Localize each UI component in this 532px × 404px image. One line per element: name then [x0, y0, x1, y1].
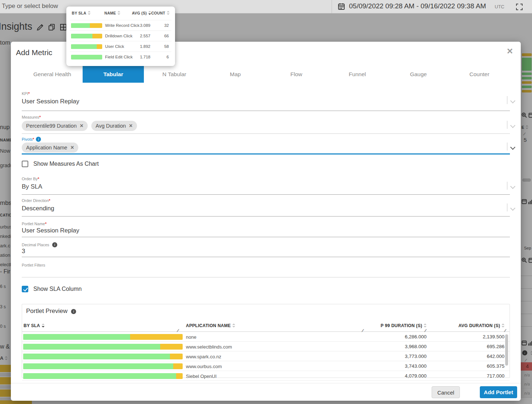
avg-value: 2,139.500 [483, 334, 504, 339]
col-p99-duration[interactable]: P 99 DURATION (S) [381, 323, 427, 328]
decimal-places-input[interactable]: 3 [22, 248, 25, 255]
order-direction-label: Order Direction* [22, 198, 50, 203]
portlet-filters-label: Portlet Filters [22, 263, 45, 267]
checkbox-label: Show Measures As Chart [33, 161, 99, 167]
show-measures-as-chart-checkbox[interactable] [22, 161, 28, 167]
pivot-chip[interactable]: Application Name× [22, 143, 78, 153]
avg-value: 642.000 [487, 354, 504, 359]
show-sla-column-checkbox[interactable] [22, 286, 28, 292]
avg-value: 3.089 [140, 23, 150, 28]
p99-value: 6,286.000 [405, 334, 427, 339]
col-avg-duration[interactable]: AVG DURATION (S) [458, 323, 504, 328]
chip-remove-icon[interactable]: × [129, 123, 132, 129]
table-row[interactable]: www.ourbus.com 3,743.000 605.375 [22, 361, 510, 371]
vertical-scrollbar[interactable] [505, 334, 508, 366]
event-name: Field Edit Click [105, 55, 133, 59]
portlet-name-input[interactable]: User Session Replay [22, 227, 79, 234]
p99-value: 3,743.000 [405, 363, 427, 369]
application-name: none [186, 334, 196, 340]
p99-value: 3,773.000 [405, 354, 427, 359]
chip-remove-icon[interactable]: × [71, 144, 74, 151]
sla-bar [23, 344, 183, 350]
portlet-preview-panel: Portlet Preview i BY SLA APPLICATION NAM… [22, 304, 510, 378]
table-row[interactable]: none 6,286.000 2,139.500 [22, 332, 510, 342]
application-name: www.selectblinds.com [186, 344, 232, 350]
sla-tooltip-card: BY SLA NAME AVG (S) COUNT Write Record C… [66, 7, 175, 66]
show-sla-column-row: Show SLA Column [22, 286, 82, 292]
sla-bar [71, 34, 102, 38]
application-name: www.ourbus.com [186, 364, 222, 369]
tab-map[interactable]: Map [205, 66, 266, 83]
sla-bar [23, 334, 183, 340]
pivots-label: Pivots*i [22, 137, 41, 142]
sla-bar [71, 44, 102, 49]
chevron-down-icon[interactable] [511, 145, 515, 149]
table-row[interactable]: www.spark.co.nz 3,773.000 642.000 [22, 351, 510, 361]
portlet-preview-title: Portlet Preview i [26, 308, 76, 315]
col-application-name[interactable]: APPLICATION NAME [186, 323, 235, 328]
tab-counter[interactable]: Counter [449, 66, 510, 83]
portlet-name-label: Portlet Name* [22, 222, 46, 226]
tooltip-row: Write Record Click 3.089 32 [70, 20, 171, 30]
sla-bar [71, 55, 102, 59]
tab-n-tabular[interactable]: N Tabular [144, 66, 205, 83]
sla-bar [71, 23, 102, 28]
p99-value: 3,968.000 [405, 344, 427, 349]
kpi-label: KPI* [22, 91, 30, 96]
avg-value: 1.718 [140, 55, 150, 59]
tab-funnel[interactable]: Funnel [327, 66, 388, 83]
avg-value: 695.286 [487, 344, 504, 349]
tab-tabular[interactable]: Tabular [83, 66, 144, 83]
info-icon[interactable]: i [71, 309, 76, 314]
sla-bar [23, 354, 183, 359]
info-icon[interactable]: i [52, 242, 57, 247]
sla-bar [23, 373, 183, 379]
tooltip-header-row: BY SLA NAME AVG (S) COUNT [66, 11, 175, 19]
measures-select[interactable]: Percentile99 Duration× Avg Duration× [22, 121, 137, 131]
chevron-down-icon[interactable] [511, 124, 515, 128]
close-icon[interactable]: × [507, 46, 513, 56]
event-name: Write Record Click [105, 23, 140, 28]
chevron-down-icon[interactable] [511, 185, 515, 189]
tab-gauge[interactable]: Gauge [388, 66, 449, 83]
chevron-down-icon[interactable] [511, 99, 515, 103]
order-by-label: Order By* [22, 177, 39, 181]
tooltip-row: Field Edit Click 1.718 6 [70, 51, 171, 62]
preview-header-row: BY SLA APPLICATION NAME P 99 DURATION (S… [22, 321, 510, 332]
col-by-sla[interactable]: BY SLA [24, 323, 45, 328]
tooltip-col-count[interactable]: COUNT [151, 11, 170, 15]
tooltip-col-name[interactable]: NAME [104, 11, 120, 15]
order-by-select[interactable]: By SLA [22, 183, 42, 190]
tooltip-row: Drilldown Click 2.557 66 [70, 30, 171, 41]
pivots-select[interactable]: Application Name× [22, 143, 78, 153]
add-metric-dialog: Add Metric × General Health Tabular N Ta… [11, 42, 521, 401]
table-row[interactable]: Siebel OpenUI 4,079.000 717.000 [22, 371, 510, 381]
chart-type-tabs: General Health Tabular N Tabular Map Flo… [22, 66, 510, 83]
decimal-places-label: Decimal Places i [22, 242, 57, 247]
chip-remove-icon[interactable]: × [80, 123, 83, 129]
chevron-down-icon[interactable] [511, 206, 515, 210]
tab-general-health[interactable]: General Health [22, 66, 83, 83]
measure-chip[interactable]: Avg Duration× [91, 121, 137, 131]
avg-value: 2.557 [140, 34, 150, 38]
cancel-button[interactable]: Cancel [432, 386, 460, 398]
order-direction-select[interactable]: Descending [22, 205, 54, 212]
measure-chip[interactable]: Percentile99 Duration× [22, 121, 88, 131]
avg-value: 605.375 [487, 363, 504, 369]
add-portlet-button[interactable]: Add Portlet [480, 386, 517, 398]
tab-flow[interactable]: Flow [266, 66, 327, 83]
checkbox-label: Show SLA Column [33, 286, 82, 292]
event-name: Drilldown Click [105, 34, 132, 38]
tooltip-col-by-sla[interactable]: BY SLA [72, 11, 91, 15]
table-row[interactable]: www.selectblinds.com 3,968.000 695.286 [22, 342, 510, 351]
kpi-select[interactable]: User Session Replay [22, 98, 79, 105]
dialog-title: Add Metric [16, 48, 52, 57]
sla-bar [23, 363, 183, 369]
count-value: 32 [164, 23, 169, 28]
screen: Type or select below 05/09/2022 09:28 AM… [0, 0, 532, 404]
show-measures-as-chart-row: Show Measures As Chart [22, 161, 99, 167]
tooltip-col-avg[interactable]: AVG (S) [132, 11, 151, 15]
info-icon[interactable]: i [36, 137, 41, 142]
application-name: Siebel OpenUI [186, 374, 217, 379]
count-value: 58 [164, 44, 169, 49]
